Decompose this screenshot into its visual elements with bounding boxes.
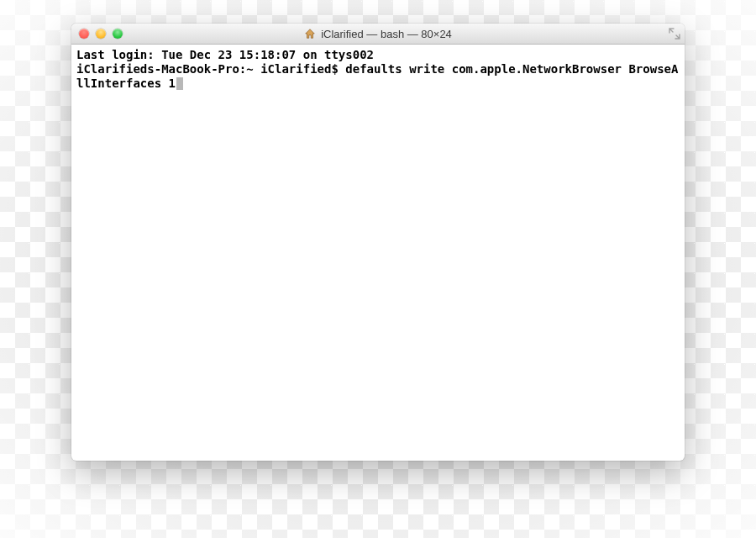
fullscreen-toggle-icon[interactable]: [669, 28, 680, 40]
text-cursor: [176, 77, 183, 90]
window-title: iClarified — bash — 80×24: [71, 24, 685, 44]
window-titlebar[interactable]: iClarified — bash — 80×24: [71, 24, 685, 45]
prompt-line: iClarifieds-MacBook-Pro:~ iClarified$ de…: [76, 62, 680, 91]
close-button[interactable]: [79, 29, 89, 39]
last-login-line: Last login: Tue Dec 23 15:18:07 on ttys0…: [76, 48, 680, 62]
shell-prompt: iClarifieds-MacBook-Pro:~ iClarified$: [76, 62, 345, 76]
traffic-lights: [71, 29, 123, 39]
home-folder-icon: [304, 28, 316, 40]
checkerboard-background: iClarified — bash — 80×24 Last login: Tu…: [0, 0, 756, 538]
svg-marker-0: [306, 29, 315, 39]
minimize-button[interactable]: [96, 29, 106, 39]
zoom-button[interactable]: [113, 29, 123, 39]
terminal-window: iClarified — bash — 80×24 Last login: Tu…: [71, 24, 685, 461]
window-title-text: iClarified — bash — 80×24: [321, 28, 452, 40]
terminal-content[interactable]: Last login: Tue Dec 23 15:18:07 on ttys0…: [71, 45, 685, 94]
